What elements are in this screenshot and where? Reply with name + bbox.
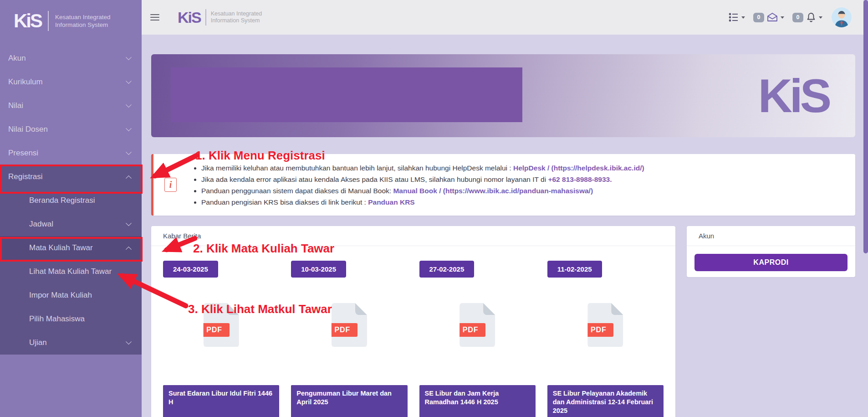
brand-line2: Information System <box>211 17 260 24</box>
sidebar-item-label: Impor Mata Kuliah <box>29 291 92 300</box>
news-title-link[interactable]: SE Libur dan Jam Kerja Ramadhan 1446 H 2… <box>419 385 536 417</box>
manual-book-link[interactable]: Manual Book / (https://www.ibik.ac.id/pa… <box>393 187 593 195</box>
panduan-krs-link[interactable]: Panduan KRS <box>368 198 414 206</box>
info-bullet: Panduan pengisian KRS bisa diakses di li… <box>201 196 644 208</box>
chevron-down-icon <box>126 220 132 226</box>
notification-count-badge: 0 <box>792 13 803 22</box>
annotation-step1: 1. Klik Menu Registrasi <box>195 149 325 163</box>
annotation-step2: 2. Klik Mata Kuliah Tawar <box>193 242 334 256</box>
page-fold <box>483 303 495 315</box>
user-avatar[interactable] <box>832 7 852 27</box>
mail-icon <box>766 12 778 23</box>
sidebar-item-label: Kurikulum <box>8 77 43 87</box>
brand-text: Kesatuan Integrated Information System <box>211 10 262 24</box>
sidebar-item-pilih-mahasiswa[interactable]: Pilih Mahasiswa <box>0 307 142 331</box>
sidebar-item-label: Registrasi <box>8 172 43 181</box>
sidebar-item-akun[interactable]: Akun <box>0 46 142 70</box>
annotation-step3: 3. Klik Lihat Matkul Tawar <box>188 302 332 316</box>
message-count-badge: 0 <box>753 13 764 22</box>
sidebar-item-mata-kuliah-tawar[interactable]: Mata Kuliah Tawar <box>0 236 142 260</box>
it-phone-number[interactable]: +62 813-8988-8933. <box>548 175 612 183</box>
sidebar-item-beranda-registrasi[interactable]: Beranda Registrasi <box>0 189 142 212</box>
sidebar-item-kurikulum[interactable]: Kurikulum <box>0 70 142 94</box>
sidebar: KiS Kesatuan Integrated Information Syst… <box>0 0 142 417</box>
sidebar-item-label: Presensi <box>8 149 38 158</box>
news-date-button[interactable]: 11-02-2025 <box>547 261 602 278</box>
news-date-button[interactable]: 10-03-2025 <box>291 261 346 278</box>
bell-icon <box>806 12 817 23</box>
sidebar-item-presensi[interactable]: Presensi <box>0 141 142 165</box>
page-fold <box>355 303 367 315</box>
pdf-label: PDF <box>199 323 230 337</box>
sidebar-item-jadwal[interactable]: Jadwal <box>0 212 142 236</box>
sidebar-menu: Akun Kurikulum Nilai Nilai Dosen Presens… <box>0 46 142 355</box>
sidebar-item-label: Beranda Registrasi <box>29 196 95 205</box>
pdf-file-icon[interactable]: PDF <box>587 303 623 347</box>
kaprodi-role-button[interactable]: KAPRODI <box>694 254 848 271</box>
kiis-logo-large: KiS <box>758 69 829 123</box>
news-titles-row: Surat Edaran Libur Idul Fitri 1446 H Pen… <box>151 385 675 417</box>
logo-divider <box>205 9 206 26</box>
news-title-link[interactable]: Surat Edaran Libur Idul Fitri 1446 H <box>163 385 279 417</box>
kiis-logo: KiS <box>178 9 201 26</box>
news-date-button[interactable]: 27-02-2025 <box>419 261 475 278</box>
sidebar-item-label: Nilai <box>8 101 23 110</box>
sidebar-item-label: Lihat Mata Kuliah Tawar <box>29 267 112 276</box>
chevron-down-icon <box>781 16 784 19</box>
topbar-brand: KiS Kesatuan Integrated Information Syst… <box>178 9 262 26</box>
news-title-link[interactable]: Pengumuman Libur Maret dan April 2025 <box>291 385 407 417</box>
logo-divider <box>48 11 49 31</box>
brand-line1: Kesatuan Integrated <box>211 10 262 17</box>
pdf-label: PDF <box>455 323 485 337</box>
kiis-logo: KiS <box>14 10 41 32</box>
sidebar-item-lihat-mata-kuliah-tawar[interactable]: Lihat Mata Kuliah Tawar <box>0 260 142 283</box>
vertical-scrollbar[interactable] <box>863 0 868 253</box>
sidebar-item-impor-mata-kuliah[interactable]: Impor Mata Kuliah <box>0 283 142 307</box>
brand-text: Kesatuan Integrated Information System <box>55 13 111 29</box>
pdf-file-icon[interactable]: PDF <box>332 303 367 347</box>
pdf-file-icon[interactable]: PDF <box>460 303 495 347</box>
sidebar-logo: KiS Kesatuan Integrated Information Syst… <box>0 0 142 40</box>
page-fold <box>611 303 623 315</box>
sidebar-item-ujian[interactable]: Ujian <box>0 331 142 355</box>
sidebar-registrasi-group: Registrasi Beranda Registrasi Jadwal Mat… <box>0 165 142 355</box>
news-title-link[interactable]: SE Libur Pelayanan Akademik dan Administ… <box>547 385 664 417</box>
task-list-menu[interactable] <box>728 12 745 23</box>
sidebar-item-label: Nilai Dosen <box>8 125 48 134</box>
sidebar-item-registrasi[interactable]: Registrasi <box>0 165 142 189</box>
hamburger-menu-icon[interactable] <box>150 14 159 21</box>
sidebar-item-label: Pilih Mahasiswa <box>29 314 85 324</box>
sidebar-item-nilai[interactable]: Nilai <box>0 94 142 118</box>
pdf-label: PDF <box>583 323 613 337</box>
avatar-image <box>832 7 852 27</box>
sidebar-item-label: Mata Kuliah Tawar <box>29 243 93 252</box>
messages-menu[interactable]: 0 <box>753 12 784 23</box>
info-bullet: Panduan penggunaan sistem dapat diakses … <box>201 185 644 196</box>
banner-placeholder <box>171 67 522 122</box>
chevron-down-icon <box>126 125 132 131</box>
chevron-down-icon <box>126 149 132 155</box>
topbar: KiS Kesatuan Integrated Information Syst… <box>142 0 863 35</box>
sidebar-item-label: Akun <box>8 54 26 63</box>
info-panel: i Jika memiliki keluhan atau membutuhkan… <box>151 154 855 216</box>
page: KiS Kesatuan Integrated Information Syst… <box>0 0 868 417</box>
sidebar-item-nilai-dosen[interactable]: Nilai Dosen <box>0 118 142 141</box>
akun-card: Akun KAPRODI <box>687 226 855 277</box>
topbar-actions: 0 0 <box>725 7 863 27</box>
chevron-down-icon <box>126 78 132 84</box>
pdf-wrap: PDF <box>419 303 536 347</box>
news-date-button[interactable]: 24-03-2025 <box>163 261 218 278</box>
chevron-up-icon <box>126 246 132 252</box>
news-dates-row: 24-03-2025 10-03-2025 27-02-2025 11-02-2… <box>151 261 675 278</box>
info-bullet-list: Jika memiliki keluhan atau membutuhkan b… <box>193 162 644 208</box>
main-content: KiS i Jika memiliki keluhan atau membutu… <box>142 35 863 417</box>
chevron-down-icon <box>126 102 132 108</box>
brand-line2: Information System <box>55 21 108 28</box>
bullet-text: Jika memiliki keluhan atau membutuhkan b… <box>201 164 513 172</box>
chevron-up-icon <box>126 175 132 181</box>
helpdesk-link[interactable]: HelpDesk / (https://helpdesk.ibik.ac.id/… <box>513 164 644 172</box>
notifications-menu[interactable]: 0 <box>792 12 822 23</box>
chevron-down-icon <box>126 339 132 345</box>
pdf-label: PDF <box>327 323 357 337</box>
chevron-down-icon <box>741 16 745 19</box>
